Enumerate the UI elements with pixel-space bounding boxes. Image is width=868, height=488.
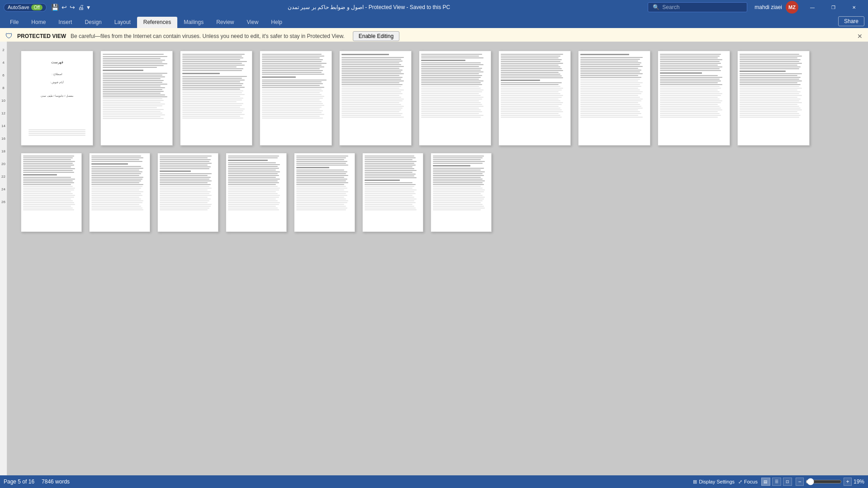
lruler-18: 18: [0, 145, 7, 157]
autosave-toggle[interactable]: AutoSave Off: [4, 3, 47, 12]
save-icon[interactable]: 💾: [51, 4, 59, 11]
pages-grid: فهرست اصطلاح : آیام فتوش : مفصل / جامع‌ن…: [7, 42, 868, 241]
page-thumbnail-12[interactable]: [89, 153, 150, 232]
protected-bar-close[interactable]: ✕: [857, 33, 863, 40]
lruler-14: 14: [0, 119, 7, 132]
enable-editing-button[interactable]: Enable Editing: [353, 31, 399, 41]
page-thumbnail-5[interactable]: [339, 51, 412, 146]
tab-mailings[interactable]: Mailings: [177, 17, 210, 28]
tab-layout[interactable]: Layout: [108, 17, 137, 28]
left-controls: AutoSave Off 💾 ↩ ↪ 🖨 ▾: [4, 3, 90, 12]
lruler-26: 26: [0, 195, 7, 208]
user-avatar[interactable]: MZ: [786, 1, 798, 14]
title-bar: AutoSave Off 💾 ↩ ↪ 🖨 ▾ اصول و ضوابط حاکم…: [0, 0, 868, 14]
page-thumbnail-10[interactable]: [737, 51, 810, 146]
page-thumbnail-2[interactable]: [100, 51, 173, 146]
print-layout-view[interactable]: ▤: [761, 478, 770, 486]
tab-insert[interactable]: Insert: [52, 17, 78, 28]
protected-message: Be careful—files from the Internet can c…: [71, 33, 345, 39]
page-info: Page 5 of 16: [4, 479, 34, 485]
page-thumbnail-16[interactable]: [362, 153, 423, 232]
cover-sub3: مفصل / جامع‌نما / طیف تمدن: [41, 94, 73, 97]
lruler-20: 20: [0, 157, 7, 170]
print-icon[interactable]: 🖨: [78, 4, 84, 11]
tab-help[interactable]: Help: [265, 17, 289, 28]
cover-sub2: آیام فتوش :: [50, 81, 64, 84]
cover-title-text: فهرست: [51, 60, 63, 64]
window-title: اصول و ضوابط حاکم بر سیر تمدن - Protecte…: [90, 4, 648, 10]
tab-view[interactable]: View: [241, 17, 265, 28]
lruler-16: 16: [0, 132, 7, 145]
user-area: mahdi ziaei MZ: [754, 1, 798, 14]
zoom-controls: − + 19%: [796, 478, 864, 486]
user-name: mahdi ziaei: [754, 4, 782, 10]
search-input[interactable]: [662, 4, 735, 10]
status-left: Page 5 of 16 7846 words: [4, 479, 70, 485]
autosave-state: Off: [31, 5, 43, 10]
redo-icon[interactable]: ↪: [70, 4, 75, 11]
display-settings-label: Display Settings: [699, 479, 735, 484]
window-controls: — ❐ ✕: [802, 0, 864, 14]
lruler-24: 24: [0, 183, 7, 195]
cover-sub1: اصطلاح :: [52, 72, 62, 76]
page-thumbnail-3[interactable]: [180, 51, 252, 146]
document-title: اصول و ضوابط حاکم بر سیر تمدن - Protecte…: [288, 4, 450, 10]
tab-references[interactable]: References: [137, 17, 177, 28]
minimize-button[interactable]: —: [802, 0, 823, 14]
page-thumbnail-11[interactable]: [21, 153, 82, 232]
page-thumbnail-13[interactable]: [157, 153, 218, 232]
tab-review[interactable]: Review: [210, 17, 240, 28]
display-settings-button[interactable]: ⊞ Display Settings: [693, 479, 735, 485]
page-thumbnail-9[interactable]: [658, 51, 730, 146]
quick-access-toolbar: 💾 ↩ ↪ 🖨 ▾: [51, 4, 90, 11]
shield-icon: 🛡: [5, 32, 13, 40]
lruler-4: 4: [0, 56, 7, 69]
user-initials: MZ: [788, 5, 796, 10]
search-icon: 🔍: [653, 4, 659, 10]
main-content-area[interactable]: فهرست اصطلاح : آیام فتوش : مفصل / جامع‌ن…: [7, 42, 868, 475]
search-box[interactable]: 🔍: [648, 2, 747, 12]
tab-design[interactable]: Design: [78, 17, 108, 28]
display-settings-icon: ⊞: [693, 479, 697, 485]
lruler-2: 2: [0, 43, 7, 56]
web-layout-view[interactable]: ☰: [772, 478, 781, 486]
page-thumbnail-8[interactable]: [578, 51, 650, 146]
protected-label: PROTECTED VIEW: [17, 33, 66, 39]
zoom-out-button[interactable]: −: [796, 478, 804, 486]
ribbon-tabs: File Home Insert Design Layout Reference…: [0, 14, 868, 28]
autosave-label: AutoSave: [8, 5, 29, 10]
lruler-22: 22: [0, 170, 7, 183]
left-ruler: 2 4 6 8 10 12 14 16 18 20 22 24 26: [0, 42, 7, 475]
page-thumbnail-17[interactable]: [431, 153, 492, 232]
tab-home[interactable]: Home: [25, 17, 52, 28]
tab-file[interactable]: File: [4, 17, 25, 28]
status-bar: Page 5 of 16 7846 words ⊞ Display Settin…: [0, 475, 868, 488]
lruler-10: 10: [0, 94, 7, 107]
lruler-8: 8: [0, 81, 7, 94]
lruler-12: 12: [0, 107, 7, 119]
focus-button[interactable]: ⤢ Focus: [738, 479, 758, 485]
customize-icon[interactable]: ▾: [87, 4, 90, 11]
word-count: 7846 words: [42, 479, 70, 485]
view-icons: ▤ ☰ ⊡: [761, 478, 792, 486]
page-thumbnail-14[interactable]: [226, 153, 287, 232]
share-button[interactable]: Share: [838, 16, 864, 26]
page-thumbnail-6[interactable]: [419, 51, 491, 146]
page-thumbnail-1[interactable]: فهرست اصطلاح : آیام فتوش : مفصل / جامع‌ن…: [21, 51, 93, 146]
read-mode-view[interactable]: ⊡: [783, 478, 792, 486]
focus-label: Focus: [744, 479, 758, 484]
page-thumbnail-7[interactable]: [498, 51, 571, 146]
zoom-slider[interactable]: [806, 478, 842, 485]
page-thumbnail-4[interactable]: [260, 51, 332, 146]
focus-icon: ⤢: [738, 479, 742, 485]
zoom-level: 19%: [854, 479, 864, 485]
close-button[interactable]: ✕: [844, 0, 864, 14]
lruler-6: 6: [0, 69, 7, 81]
restore-button[interactable]: ❐: [823, 0, 844, 14]
undo-icon[interactable]: ↩: [62, 4, 67, 11]
page-thumbnail-15[interactable]: [294, 153, 355, 232]
zoom-in-button[interactable]: +: [844, 478, 852, 486]
status-right: ⊞ Display Settings ⤢ Focus ▤ ☰ ⊡ − + 19%: [693, 478, 864, 486]
